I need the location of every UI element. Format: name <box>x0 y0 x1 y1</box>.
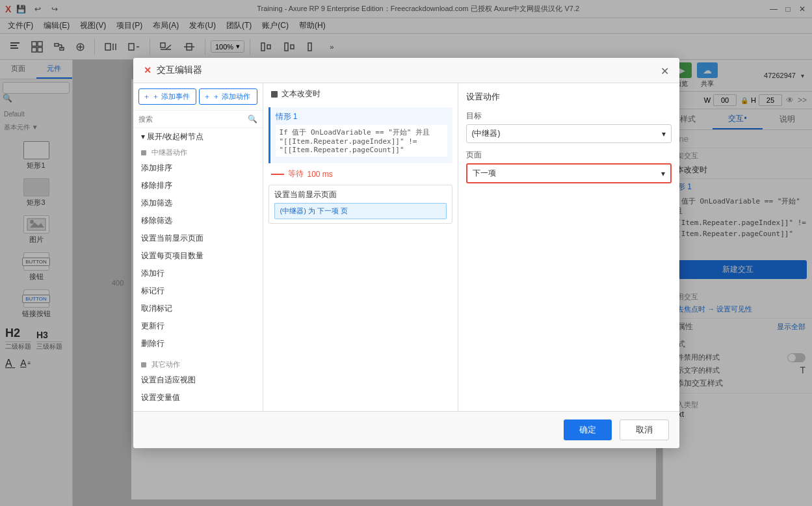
tree-item-sort-add[interactable]: 添加排序 <box>133 159 263 177</box>
dialog-search-input[interactable] <box>138 115 248 123</box>
tree-item-row-delete[interactable]: 删除行 <box>133 335 263 353</box>
action-detail: (中继器) 为 下一项 页 <box>274 203 447 219</box>
interaction-editor-dialog: ✕ 交互编辑器 ✕ ＋ ＋ 添加事件 ＋ ＋ 添加动作 <box>133 58 679 448</box>
action-block[interactable]: 设置当前显示页面 (中继器) 为 下一项 页 <box>268 185 452 224</box>
target-field: 目标 (中继器) ▾ <box>466 111 672 143</box>
dialog-settings-panel: 设置动作 目标 (中继器) ▾ 页面 下一项 ▾ <box>458 83 679 411</box>
tree-item-var[interactable]: 设置变量值 <box>133 389 263 406</box>
tree-item-row-add[interactable]: 添加行 <box>133 265 263 282</box>
wait-label: 等待 <box>288 168 304 180</box>
tree-item-page-set[interactable]: 设置当前显示页面 <box>133 230 263 247</box>
add-event-icon: ＋ <box>143 92 150 101</box>
page-label: 页面 <box>466 150 672 161</box>
add-event-button[interactable]: ＋ ＋ 添加事件 <box>138 88 197 105</box>
page-select-arrow: ▾ <box>661 169 665 178</box>
target-select-arrow: ▾ <box>662 129 666 139</box>
dialog-footer: 确定 取消 <box>133 411 679 448</box>
dialog-overlay: ✕ 交互编辑器 ✕ ＋ ＋ 添加事件 ＋ ＋ 添加动作 <box>0 0 812 506</box>
dialog-title: 交互编辑器 <box>157 64 202 76</box>
tree-item-filter-add[interactable]: 添加筛选 <box>133 194 263 212</box>
event-header-label: 文本改变时 <box>282 88 321 100</box>
settings-title: 设置动作 <box>466 91 672 103</box>
tree-item-row-update[interactable]: 更新行 <box>133 317 263 335</box>
tree-header-label: 展开/收起树节点 <box>147 132 203 141</box>
relay-section-header: 中继器动作 <box>133 146 263 159</box>
tree-item-row-mark[interactable]: 标记行 <box>133 282 263 300</box>
add-event-label: ＋ 添加事件 <box>152 92 190 101</box>
tree-item-filter-remove[interactable]: 移除筛选 <box>133 212 263 230</box>
scenario-block[interactable]: 情形 1 If 值于 OnLoadVariable == "开始" 并且 "[[… <box>268 107 452 163</box>
dialog-search: 🔍 <box>133 111 263 128</box>
scenario-condition-text: If 值于 OnLoadVariable == "开始" 并且 "[[Item.… <box>276 125 447 157</box>
target-label: 目标 <box>466 111 672 122</box>
dialog-event-panel: ＋ ＋ 添加事件 ＋ ＋ 添加动作 🔍 ▾ 展开/收起树节点 <box>133 83 263 411</box>
dialog-body: ＋ ＋ 添加事件 ＋ ＋ 添加动作 🔍 ▾ 展开/收起树节点 <box>133 83 679 411</box>
page-select[interactable]: 下一项 ▾ <box>466 163 672 183</box>
wait-block: 等待 100 ms <box>263 166 458 182</box>
add-action-button[interactable]: ＋ ＋ 添加动作 <box>199 88 257 105</box>
tree-header-item[interactable]: ▾ 展开/收起树节点 <box>133 128 263 146</box>
action-title: 设置当前显示页面 <box>274 189 447 200</box>
event-header: 文本改变时 <box>263 83 458 105</box>
other-section-header: 其它动作 <box>133 358 263 371</box>
dialog-title-bar: ✕ 交互编辑器 ✕ <box>133 58 679 83</box>
cancel-button[interactable]: 取消 <box>620 419 669 440</box>
wait-value: 100 ms <box>308 170 333 179</box>
event-header-icon <box>271 91 278 98</box>
tree-item-sort-remove[interactable]: 移除排序 <box>133 177 263 194</box>
relay-section-icon <box>141 150 146 155</box>
add-action-label: ＋ 添加动作 <box>213 92 250 101</box>
confirm-button[interactable]: 确定 <box>564 419 612 440</box>
target-select[interactable]: (中继器) ▾ <box>466 124 672 143</box>
tree-item-adaptive[interactable]: 设置自适应视图 <box>133 371 263 389</box>
dialog-action-panel: 文本改变时 情形 1 If 值于 OnLoadVariable == "开始" … <box>263 83 458 411</box>
other-section-label: 其它动作 <box>151 360 180 369</box>
tree-item-row-unmark[interactable]: 取消标记 <box>133 300 263 317</box>
other-section-icon <box>141 362 146 367</box>
search-icon: 🔍 <box>248 114 257 124</box>
dialog-close-btn[interactable]: ✕ <box>659 64 672 77</box>
target-value: (中继器) <box>472 128 501 139</box>
page-value: 下一项 <box>473 168 496 179</box>
relay-section-label: 中继器动作 <box>151 148 187 157</box>
dialog-add-buttons: ＋ ＋ 添加事件 ＋ ＋ 添加动作 <box>133 88 263 111</box>
scenario-block-title: 情形 1 <box>276 111 447 122</box>
page-field: 页面 下一项 ▾ <box>466 150 672 183</box>
dialog-logo: ✕ <box>144 65 151 75</box>
tree-item-page-count[interactable]: 设置每页项目数量 <box>133 247 263 265</box>
add-action-icon: ＋ <box>203 92 211 101</box>
tree-item-wait[interactable]: 等待 <box>133 406 263 411</box>
wait-line <box>271 174 284 175</box>
tree-toggle-icon: ▾ <box>141 132 145 141</box>
